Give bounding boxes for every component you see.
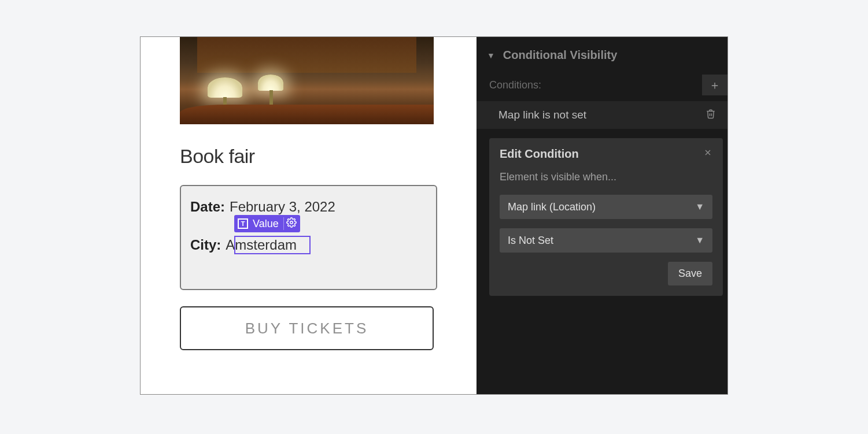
date-value: February 3, 2022 [230,199,335,215]
svg-point-0 [290,221,293,224]
lamp-decoration [208,77,242,98]
text-icon: T [238,218,248,229]
table-decoration [180,105,434,124]
edit-description: Element is visible when... [500,171,712,183]
conditions-label: Conditions: [489,79,702,91]
value-badge-label: Value [250,218,281,230]
city-value[interactable]: Amsterdam [226,237,297,253]
city-row: T Value City: Amsterdam [190,237,423,253]
gear-icon[interactable] [286,217,297,230]
condition-item[interactable]: Map link is not set [477,101,727,129]
lamp-decoration [258,75,283,91]
element-select[interactable]: Map link (Location) ▼ [500,195,712,219]
delete-condition-button[interactable] [702,108,719,122]
edit-header: Edit Condition [489,138,723,168]
event-info-card: Date: February 3, 2022 T Value Cit [180,185,437,290]
value-binding-badge[interactable]: T Value [234,215,300,232]
save-row: Save [500,262,712,285]
element-select-value: Map link (Location) [508,201,596,213]
app-viewport: Book fair Date: February 3, 2022 T Value [140,36,728,395]
trash-icon [706,108,716,120]
settings-panel: ▼ Conditional Visibility Conditions: ＋ M… [477,37,727,394]
conditions-row: Conditions: ＋ [477,66,727,101]
close-icon [703,148,712,157]
condition-text: Map link is not set [498,109,702,121]
canvas-preview: Book fair Date: February 3, 2022 T Value [141,37,477,394]
edit-body: Element is visible when... Map link (Loc… [489,168,723,296]
chevron-down-icon: ▼ [695,202,704,212]
chevron-down-icon: ▼ [487,51,495,60]
conditional-visibility-header[interactable]: ▼ Conditional Visibility [477,37,727,66]
section-title: Conditional Visibility [503,49,617,62]
close-dialog-button[interactable] [703,148,712,160]
date-row: Date: February 3, 2022 [190,199,423,215]
buy-tickets-button[interactable]: BUY TICKETS [180,306,434,350]
save-button[interactable]: Save [668,262,712,285]
edit-title: Edit Condition [500,147,703,161]
operator-select-value: Is Not Set [508,235,553,247]
event-title: Book fair [180,145,437,168]
hero-image [180,37,434,124]
plus-icon: ＋ [709,77,721,93]
add-condition-button[interactable]: ＋ [702,75,727,95]
city-label: City: [190,237,221,253]
chevron-down-icon: ▼ [695,235,704,246]
divider [283,217,284,230]
operator-select[interactable]: Is Not Set ▼ [500,228,712,253]
edit-condition-dialog: Edit Condition Element is visible when..… [489,138,723,296]
date-label: Date: [190,199,225,215]
